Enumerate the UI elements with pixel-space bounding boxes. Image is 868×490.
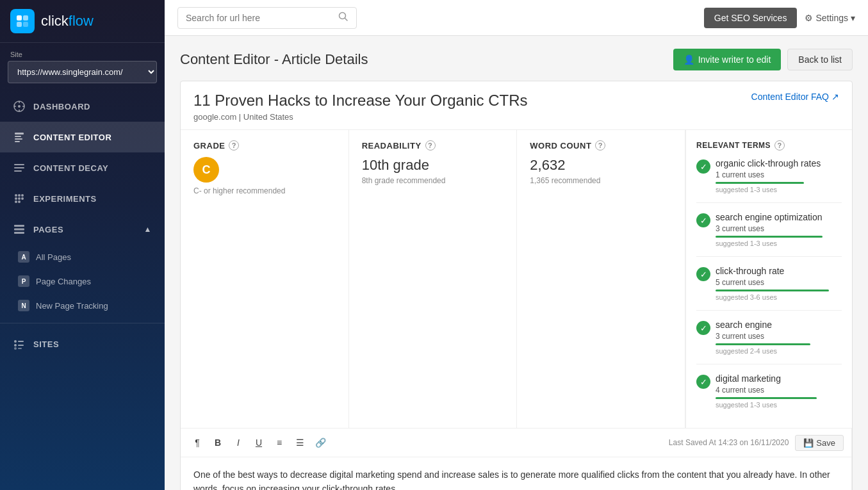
search-icon[interactable] — [338, 12, 348, 24]
new-page-tracking-badge: N — [18, 300, 29, 311]
word-count-value: 2,632 — [530, 157, 672, 174]
term-name-0: organic click-through rates — [716, 158, 842, 168]
term-uses-1: 3 current uses — [716, 224, 842, 233]
search-container — [177, 7, 357, 29]
search-input[interactable] — [186, 13, 333, 23]
sidebar-item-dashboard-label: DASHBOARD — [33, 102, 90, 111]
italic-button[interactable]: I — [229, 434, 247, 452]
term-info-4: digital marketing 4 current uses suggest… — [716, 373, 842, 409]
back-to-list-button[interactable]: Back to list — [787, 49, 853, 70]
content-area: Content Editor - Article Details 👤 Invit… — [165, 36, 868, 490]
sidebar-item-dashboard[interactable]: DASHBOARD — [0, 91, 165, 122]
term-name-1: search engine optimization — [716, 212, 842, 222]
external-link-icon: ↗ — [831, 92, 839, 102]
readability-help-icon[interactable]: ? — [425, 140, 436, 151]
sidebar-item-page-changes[interactable]: P Page Changes — [0, 269, 165, 293]
term-suggested-4: suggested 1-3 uses — [716, 401, 842, 409]
sites-label: SITES — [33, 339, 59, 349]
svg-point-18 — [18, 194, 20, 197]
sidebar-item-new-page-tracking[interactable]: N New Page Tracking — [0, 293, 165, 318]
word-count-sub: 1,365 recommended — [530, 176, 672, 185]
term-info-1: search engine optimization 3 current use… — [716, 212, 842, 247]
term-info-3: search engine 3 current uses suggested 2… — [716, 320, 842, 355]
main-area: Get SEO Services ⚙ Settings ▾ Content Ed… — [165, 0, 868, 490]
header-right: Get SEO Services ⚙ Settings ▾ — [704, 8, 855, 28]
term-name-2: click-through rate — [716, 266, 842, 276]
sidebar-item-content-decay[interactable]: CONTENT DECAY — [0, 152, 165, 183]
svg-rect-10 — [15, 133, 24, 135]
term-row-0: ✓ organic click-through rates 1 current … — [696, 158, 842, 193]
term-check-2: ✓ — [696, 267, 710, 281]
paragraph-button[interactable]: ¶ — [188, 434, 206, 452]
term-item-1: ✓ search engine optimization 3 current u… — [696, 212, 842, 257]
svg-rect-12 — [15, 138, 22, 140]
terms-help-icon[interactable]: ? — [774, 140, 785, 151]
link-button[interactable]: 🔗 — [311, 434, 329, 452]
term-bar-4 — [716, 397, 817, 399]
sidebar-item-experiments-label: EXPERIMENTS — [33, 194, 97, 204]
term-row-4: ✓ digital marketing 4 current uses sugge… — [696, 373, 842, 409]
term-suggested-2: suggested 3-6 uses — [716, 293, 842, 301]
term-check-1: ✓ — [696, 213, 710, 227]
term-bar-2 — [716, 290, 829, 291]
svg-rect-14 — [14, 164, 24, 165]
word-count-help-icon[interactable]: ? — [595, 140, 605, 151]
term-row-1: ✓ search engine optimization 3 current u… — [696, 212, 842, 247]
logo-area: clickflow — [0, 0, 165, 43]
svg-rect-16 — [14, 170, 22, 172]
page-changes-badge: P — [18, 275, 29, 287]
editor-toolbar: ¶ B I U ≡ ☰ 🔗 Last Saved At 14:23 on 16/… — [181, 429, 851, 457]
bold-button[interactable]: B — [209, 434, 227, 452]
term-item-2: ✓ click-through rate 5 current uses sugg… — [696, 266, 842, 311]
chevron-up-icon: ▲ — [144, 225, 152, 234]
term-suggested-1: suggested 1-3 uses — [716, 240, 842, 247]
grade-help-icon[interactable]: ? — [229, 140, 239, 151]
sidebar-item-sites[interactable]: SITES — [0, 329, 165, 359]
faq-label: Content Editor FAQ — [751, 92, 829, 102]
editor-content[interactable]: One of the best ways to decrease digital… — [181, 457, 851, 490]
sidebar-item-content-editor[interactable]: CONTENT EDITOR — [0, 122, 165, 152]
get-seo-button[interactable]: Get SEO Services — [704, 8, 798, 28]
faq-link[interactable]: Content Editor FAQ ↗ — [751, 92, 839, 102]
unordered-list-button[interactable]: ☰ — [291, 434, 309, 452]
settings-button[interactable]: ⚙ Settings ▾ — [805, 13, 855, 23]
compass-icon — [13, 100, 26, 113]
all-pages-badge: A — [18, 251, 29, 263]
sidebar-item-all-pages[interactable]: A All Pages — [0, 245, 165, 269]
svg-point-24 — [18, 200, 20, 203]
term-check-4: ✓ — [696, 375, 710, 389]
editor-paragraph-0: One of the best ways to decrease digital… — [193, 468, 839, 490]
svg-rect-3 — [23, 22, 28, 27]
term-row-2: ✓ click-through rate 5 current uses sugg… — [696, 266, 842, 301]
svg-point-28 — [14, 340, 17, 343]
sidebar-item-experiments[interactable]: EXPERIMENTS — [0, 183, 165, 214]
svg-rect-15 — [14, 167, 24, 168]
svg-point-32 — [14, 347, 17, 350]
toolbar-right: Last Saved At 14:23 on 16/11/2020 💾 Save — [669, 435, 844, 451]
svg-rect-26 — [14, 229, 24, 231]
site-selector[interactable]: https://www.singlegrain.com/ — [8, 61, 157, 83]
term-bar-3 — [716, 343, 810, 345]
term-check-0: ✓ — [696, 159, 710, 174]
term-check-3: ✓ — [696, 321, 710, 335]
term-info-2: click-through rate 5 current uses sugges… — [716, 266, 842, 301]
svg-point-23 — [15, 200, 17, 203]
relevant-terms-panel: RELEVANT TERMS ? ✓ organic click-through… — [685, 130, 852, 428]
editor-main: ¶ B I U ≡ ☰ 🔗 Last Saved At 14:23 on 16/… — [181, 429, 852, 490]
svg-point-20 — [15, 197, 17, 200]
sidebar-item-pages-label: PAGES — [33, 225, 63, 234]
sidebar: clickflow Site https://www.singlegrain.c… — [0, 0, 165, 490]
underline-button[interactable]: U — [250, 434, 268, 452]
readability-value: 10th grade — [362, 157, 504, 174]
grade-circle: C — [193, 157, 219, 183]
readability-sub: 8th grade recommended — [362, 176, 504, 185]
pages-submenu: A All Pages P Page Changes N New Page Tr… — [0, 245, 165, 318]
sidebar-item-pages[interactable]: PAGES ▲ — [0, 214, 165, 245]
ordered-list-button[interactable]: ≡ — [270, 434, 288, 452]
sidebar-item-content-editor-label: CONTENT EDITOR — [33, 133, 111, 142]
last-saved-text: Last Saved At 14:23 on 16/11/2020 — [669, 438, 789, 447]
person-icon: 👤 — [684, 54, 694, 65]
svg-point-21 — [18, 197, 20, 200]
invite-writer-button[interactable]: 👤 Invite writer to edit — [673, 49, 782, 70]
save-button[interactable]: 💾 Save — [795, 435, 844, 451]
